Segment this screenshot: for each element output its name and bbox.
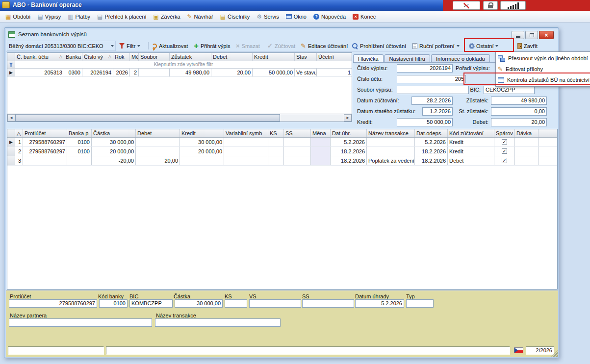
close-button[interactable]: × <box>539 31 554 39</box>
delete-button[interactable]: × Smazat <box>234 41 261 51</box>
menu-item[interactable]: Kontrola zůstatků BÚ na účetnictví <box>496 74 590 85</box>
table-row[interactable]: ▶1279588760297010030 000,0030 000,005.2.… <box>7 138 557 147</box>
sparovano-checkbox[interactable]: ✓ <box>502 158 507 163</box>
column-header[interactable]: Dávka <box>515 129 539 137</box>
scroll-right-button[interactable]: ► <box>344 114 352 121</box>
column-header[interactable]: Dat.úhr. <box>331 129 367 137</box>
filter-button[interactable]: Filtr <box>118 41 142 51</box>
cislo-uctu-field[interactable]: 205 <box>397 75 466 83</box>
column-header[interactable]: Stav <box>295 53 317 61</box>
column-header[interactable]: Kredit <box>180 129 224 137</box>
horizontal-scrollbar[interactable]: ◄ ► <box>7 114 352 121</box>
column-header[interactable]: Spárov <box>494 129 515 137</box>
datum-stareho-zustatku-field[interactable]: 1.2.2026 <box>422 107 453 116</box>
column-header[interactable]: Variabilní symb <box>224 129 268 137</box>
cell <box>284 138 311 146</box>
column-header[interactable]: Debet <box>211 53 253 61</box>
menubar-item[interactable]: ?Nápověda <box>310 13 349 21</box>
filter-row[interactable]: Klepnutím zde vytvoříte filtr <box>7 61 352 69</box>
protiucet-field[interactable]: 279588760297 <box>9 299 97 308</box>
column-header[interactable]: KS <box>268 129 284 137</box>
column-header[interactable]: Měna <box>311 129 331 137</box>
scrollbar-thumb[interactable] <box>15 114 280 121</box>
column-header[interactable]: Zůstatek <box>170 53 211 61</box>
column-header[interactable]: Rok <box>113 53 130 61</box>
zustatek-field[interactable]: 49 980,00 <box>491 97 547 105</box>
menu-item[interactable]: Přesunout výpis do jiného období <box>496 53 590 64</box>
scroll-left-button[interactable]: ◄ <box>7 114 15 121</box>
minimize-button[interactable] <box>512 31 524 39</box>
debet-field[interactable]: 20,00 <box>491 118 547 126</box>
column-header[interactable]: Soubor <box>139 53 170 61</box>
column-header[interactable]: Název transakce <box>367 129 415 137</box>
row-selector[interactable] <box>7 147 15 156</box>
cut-disabled-button[interactable]: ✂ <box>453 1 480 10</box>
menubar-item[interactable]: ×Konec <box>349 13 379 21</box>
menubar-item[interactable]: ⚙Servis <box>253 13 282 21</box>
st-zustatek-field[interactable]: 0,00 <box>491 107 547 116</box>
menubar-item[interactable]: ▣Závěrka <box>150 13 183 21</box>
menubar-item[interactable]: Okno <box>282 13 310 21</box>
column-header[interactable]: Protiúčet <box>23 129 67 137</box>
period-indicator[interactable]: 2/2026 <box>526 346 554 355</box>
stats-button[interactable] <box>500 1 526 10</box>
column-header[interactable]: Číslo vý△ <box>82 53 113 61</box>
menubar-item[interactable]: ▤Číselníky <box>217 13 254 21</box>
bic-form-field[interactable]: KOMBCZPP <box>129 299 173 308</box>
nazev-transakce-field[interactable] <box>155 318 281 327</box>
lock-button[interactable] <box>483 1 498 10</box>
menubar-item[interactable]: ▥Platby <box>64 13 94 21</box>
load-statement-button[interactable]: + Přihrát výpis <box>192 41 231 51</box>
table-row[interactable]: ▶205313030020261942026249 980,0020,0050 … <box>7 69 352 77</box>
castka-field[interactable]: 30 000,00 <box>175 299 223 308</box>
menubar-item[interactable]: ▦Období <box>2 13 34 21</box>
post-button[interactable]: ✓ Zúčtovat <box>266 41 297 51</box>
account-selector[interactable]: Běžný domácí 205313/0300 BIC:CEKO <box>7 41 116 51</box>
kredit-field[interactable]: 50 000,00 <box>397 118 453 126</box>
column-header[interactable]: Debet <box>136 129 180 137</box>
column-header[interactable]: Dat.odeps. <box>415 129 448 137</box>
column-header[interactable] <box>539 129 558 137</box>
soubor-vypisu-field[interactable] <box>397 86 469 94</box>
column-header[interactable]: Částka <box>92 129 136 137</box>
tab-informace-o-dokladu[interactable]: Informace o dokladu <box>431 54 490 63</box>
datum-zuctovani-field[interactable]: 28.2.2026 <box>411 97 453 105</box>
menu-item[interactable]: ✎Editovat přílohy <box>496 64 590 74</box>
column-header[interactable]: Banka p <box>67 129 92 137</box>
row-selector[interactable]: ▶ <box>7 138 15 146</box>
view-posting-button[interactable]: Prohlížení účtování <box>350 41 408 51</box>
column-header[interactable]: Kód zúčtování <box>448 129 494 137</box>
column-header[interactable]: Kredit <box>253 53 295 61</box>
column-header[interactable]: △ <box>15 129 23 137</box>
cislo-vypisu-field[interactable]: 2026194 <box>397 64 453 73</box>
column-header[interactable]: Č. bank. účtu△ <box>15 53 64 61</box>
sparovano-checkbox[interactable]: ✓ <box>502 139 507 145</box>
other-button[interactable]: Ostatní <box>468 41 500 51</box>
ks-field[interactable] <box>225 299 247 308</box>
kod-banky-field[interactable]: 0100 <box>99 299 128 308</box>
column-header[interactable]: Účetní <box>317 53 352 61</box>
menubar-item[interactable]: ▤Přehled k placení <box>94 13 150 21</box>
row-selector[interactable] <box>7 156 15 165</box>
menubar-item[interactable]: ✎Návrhář <box>184 13 217 21</box>
vs-field[interactable] <box>249 299 301 308</box>
tab-nastaveni-filtru[interactable]: Nastavení filtru <box>385 54 430 63</box>
menubar-item[interactable]: ▤Výpisy <box>34 13 64 21</box>
column-header[interactable]: Mě <box>130 53 139 61</box>
table-row[interactable]: 3-20,0020,0018.2.2026Poplatek za vedení1… <box>7 156 557 166</box>
nazev-partnera-field[interactable] <box>9 318 152 327</box>
typ-field[interactable] <box>406 299 434 308</box>
manual-entry-button[interactable]: Ruční pořízení <box>411 41 461 51</box>
refresh-button[interactable]: Aktualizovat <box>151 41 189 51</box>
table-row[interactable]: 2279588760297010020 000,0020 000,0018.2.… <box>7 147 557 156</box>
datum-uhrady-field[interactable]: 5.2.2026 <box>355 299 404 308</box>
close-window-button[interactable]: Zavřít <box>516 41 539 51</box>
edit-posting-button[interactable]: ✎ Editace účtování <box>299 41 349 51</box>
maximize-button[interactable] <box>525 31 538 39</box>
column-header[interactable]: SS <box>284 129 311 137</box>
sparovano-checkbox[interactable]: ✓ <box>502 148 507 154</box>
column-header[interactable]: Banka△ <box>64 53 82 61</box>
bic-field[interactable]: CEKOCZPP <box>484 86 535 94</box>
ss-field[interactable] <box>302 299 354 308</box>
row-selector[interactable]: ▶ <box>7 69 15 76</box>
